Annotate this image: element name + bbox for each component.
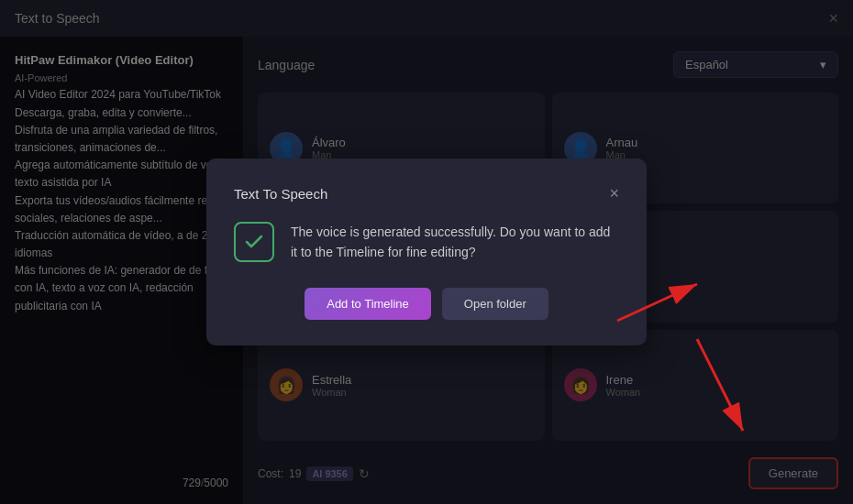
modal-overlay: Text To Speech × The voice is generated … [0,0,853,504]
modal-message: The voice is generated successfully. Do … [291,222,619,263]
modal-body: The voice is generated successfully. Do … [234,222,619,263]
modal-header: Text To Speech × [234,184,619,203]
tts-modal: Text To Speech × The voice is generated … [206,159,647,346]
modal-close-button[interactable]: × [609,184,619,203]
open-folder-button[interactable]: Open folder [442,288,548,320]
modal-title: Text To Speech [234,186,327,202]
modal-footer: Add to Timeline Open folder [234,288,619,320]
success-check-icon [234,222,274,262]
add-to-timeline-button[interactable]: Add to Timeline [305,288,431,320]
main-window: Text to Speech × HitPaw Edimakor (Video … [0,0,853,504]
